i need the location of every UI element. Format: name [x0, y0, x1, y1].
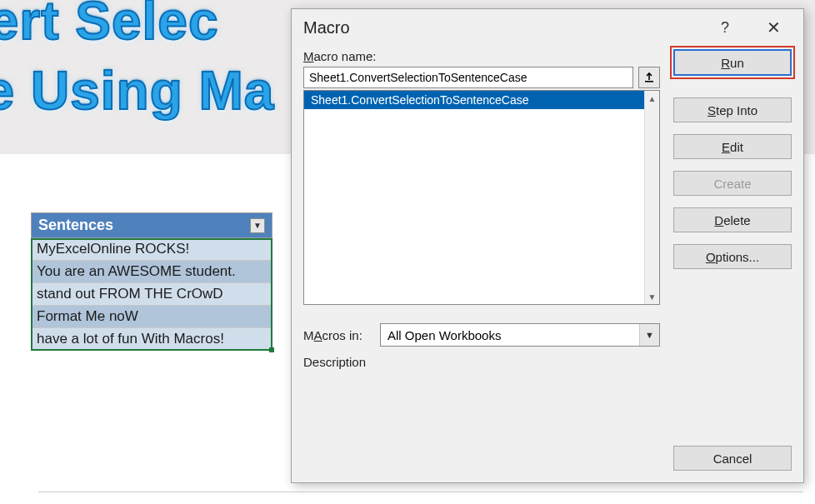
macro-listbox[interactable]: Sheet1.ConvertSelectionToSentenceCase ▲ … [303, 90, 660, 305]
options-button[interactable]: Options... [673, 244, 792, 269]
wordart-line2: se Using Ma [0, 60, 274, 122]
list-item[interactable]: Sheet1.ConvertSelectionToSentenceCase [304, 91, 644, 109]
macro-name-label: Macro name: [303, 49, 660, 63]
listbox-scrollbar[interactable]: ▲ ▼ [644, 91, 659, 304]
macro-dialog: Macro ? ✕ Macro name: Sheet1.ConvertSel [291, 8, 804, 483]
bottom-rule [38, 492, 803, 492]
macros-in-label: MAcros in: [303, 328, 372, 342]
macro-name-input[interactable] [303, 67, 633, 88]
macros-in-select[interactable] [380, 323, 660, 347]
step-into-button[interactable]: Step Into [673, 97, 792, 122]
filter-dropdown-icon[interactable]: ▼ [250, 218, 265, 233]
scroll-down-icon[interactable]: ▼ [645, 289, 659, 304]
dialog-title: Macro [303, 18, 350, 37]
scroll-up-icon[interactable]: ▲ [645, 91, 659, 106]
svg-rect-0 [645, 81, 653, 82]
run-button[interactable]: Run [673, 49, 792, 76]
dialog-titlebar: Macro ? ✕ [292, 9, 803, 46]
table-row[interactable]: stand out FROM THE CrOwD [32, 283, 272, 306]
close-button[interactable]: ✕ [758, 16, 788, 39]
create-button: Create [673, 171, 792, 196]
range-picker-icon [643, 72, 655, 83]
help-button[interactable]: ? [710, 16, 740, 39]
table-row[interactable]: You are an AWESOME student. [32, 261, 272, 283]
table-row[interactable]: MyExcelOnline ROCKS! [32, 238, 272, 261]
table-row[interactable]: have a lot of fun With Macros! [32, 328, 272, 350]
table-header-label: Sentences [38, 217, 113, 234]
table-row[interactable]: Format Me noW [32, 306, 272, 328]
table-header[interactable]: Sentences ▼ [32, 213, 272, 238]
sentences-table[interactable]: Sentences ▼ MyExcelOnline ROCKS!You are … [31, 212, 272, 351]
delete-button[interactable]: Delete [673, 207, 792, 232]
description-label: Description [303, 355, 660, 369]
wordart-line1: nvert Selec [0, 0, 219, 52]
cancel-button[interactable]: Cancel [673, 446, 792, 471]
range-picker-button[interactable] [638, 67, 660, 88]
run-highlight-box: Run [670, 46, 795, 79]
edit-button[interactable]: Edit [673, 134, 792, 159]
